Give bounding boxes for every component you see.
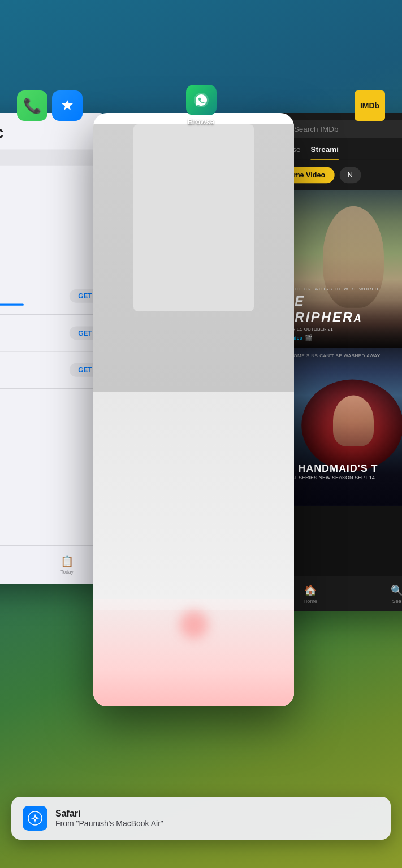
safari-title: Safari bbox=[55, 809, 163, 819]
phone-icon[interactable]: 📞 bbox=[17, 90, 47, 121]
imdb-tab-streaming[interactable]: Streami bbox=[310, 145, 339, 160]
asphalt-info: A G bbox=[0, 362, 70, 377]
discover-section: Discove 📹 olymp tr 📹 image to 📞 kundli 📞… bbox=[0, 176, 101, 254]
checkers-info: C C bbox=[0, 287, 70, 306]
appstore-search-bar[interactable]: 🔍 bbox=[0, 150, 101, 166]
appstore-app-group[interactable] bbox=[52, 90, 83, 121]
imdb-tabs: Browse Streami bbox=[275, 145, 402, 160]
app-icons-right: IMDb bbox=[355, 90, 385, 121]
search-tab-label: Sea bbox=[392, 598, 401, 604]
imdb-app-group[interactable]: IMDb bbox=[355, 90, 385, 121]
today-icon: 📋 bbox=[60, 555, 74, 567]
asphalt-name: A bbox=[0, 362, 70, 370]
suggested-title: Sugges bbox=[0, 262, 101, 272]
whatsapp-placeholder bbox=[133, 124, 254, 311]
whatsapp-content bbox=[93, 124, 294, 706]
today-label: Today bbox=[60, 569, 74, 574]
appstore-title: Searc bbox=[0, 123, 101, 143]
appstore-icon[interactable] bbox=[52, 90, 83, 121]
whatsapp-bottom bbox=[93, 610, 294, 706]
masha-name: M bbox=[0, 322, 70, 329]
asphalt-sub: G bbox=[0, 371, 70, 378]
search-tab-icon: 🔍 bbox=[391, 584, 402, 597]
tab-today[interactable]: 📋 Today bbox=[60, 555, 74, 574]
safari-banner[interactable]: Safari From "Paurush's MacBook Air" bbox=[11, 797, 391, 840]
imdb-tab-search[interactable]: 🔍 Sea bbox=[391, 584, 402, 604]
safari-icon bbox=[27, 810, 43, 826]
masha-sub: B bbox=[0, 330, 70, 337]
whatsapp-blur-blob bbox=[180, 610, 208, 639]
whatsapp-app-group[interactable]: Browse bbox=[186, 85, 217, 126]
imdb-icon[interactable]: IMDb bbox=[355, 90, 385, 121]
checkers-name: C bbox=[0, 287, 70, 294]
home-tab-label: Home bbox=[304, 598, 317, 604]
phone-app-group[interactable]: 📞 bbox=[17, 90, 47, 121]
suggested-item-masha[interactable]: 🧒 M B G GET bbox=[0, 315, 101, 351]
imdb-tab-home[interactable]: 🏠 Home bbox=[304, 584, 317, 604]
discover-item-2[interactable]: 📹 image to bbox=[0, 208, 101, 223]
discover-item-1[interactable]: 📹 olymp tr bbox=[0, 193, 101, 208]
search-input[interactable] bbox=[0, 153, 95, 161]
discover-item-3[interactable]: 📞 kundli bbox=[0, 224, 101, 239]
handmaids-face bbox=[333, 396, 374, 446]
suggested-item-checkers[interactable]: C C GET bbox=[0, 278, 101, 315]
discover-title: Discove bbox=[0, 176, 101, 186]
checkers-progress bbox=[0, 303, 24, 305]
svg-point-2 bbox=[34, 818, 36, 819]
app-icons-left: 📞 bbox=[17, 90, 83, 121]
home-icon: 🏠 bbox=[304, 584, 317, 597]
safari-icon-wrap bbox=[23, 806, 47, 831]
whatsapp-card bbox=[93, 113, 294, 706]
netflix-pill[interactable]: N bbox=[339, 167, 361, 183]
safari-subtitle: From "Paurush's MacBook Air" bbox=[55, 819, 163, 828]
imdb-search-bar[interactable]: 🔍 Search IMDb bbox=[275, 120, 402, 138]
handmaids-tag: SOME SINS CAN'T BE WASHED AWAY bbox=[290, 353, 380, 358]
app-icons-center: Browse bbox=[186, 85, 217, 126]
suggested-section: Sugges C C GET bbox=[0, 262, 101, 389]
whatsapp-icon[interactable] bbox=[186, 85, 217, 115]
masha-cat: G bbox=[0, 337, 70, 345]
discover-link-2[interactable]: image to bbox=[0, 210, 1, 220]
masha-info: M B G bbox=[0, 322, 70, 344]
discover-item-4[interactable]: 📞 vidmate bbox=[0, 239, 101, 254]
checkers-sub: C bbox=[0, 294, 70, 302]
whatsapp-middle bbox=[93, 392, 294, 600]
whatsapp-top bbox=[93, 124, 294, 392]
whatsapp-label: Browse bbox=[188, 118, 214, 126]
imdb-search-placeholder: Search IMDb bbox=[294, 125, 339, 133]
amazon-icon: 🎬 bbox=[305, 334, 313, 341]
safari-banner-text: Safari From "Paurush's MacBook Air" bbox=[55, 809, 163, 828]
suggested-item-asphalt[interactable]: ASPHALT A G GET bbox=[0, 351, 101, 388]
